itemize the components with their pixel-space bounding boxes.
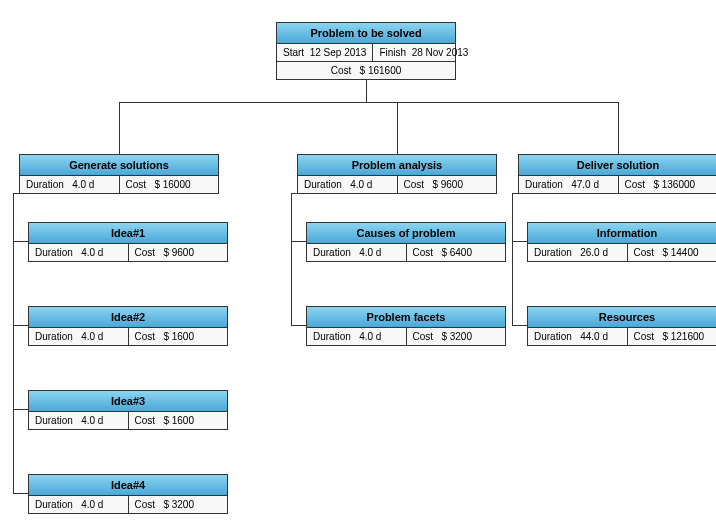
branch1-title: Problem analysis	[298, 155, 496, 176]
branch1-info-row: Duration 4.0 d Cost $ 9600	[298, 176, 496, 193]
branch0-cost-cell: Cost $ 16000	[120, 176, 219, 193]
causes-duration-label: Duration	[313, 247, 351, 258]
resources-title: Resources	[528, 307, 716, 328]
branch2-duration-label: Duration	[525, 179, 563, 190]
idea1-duration-cell: Duration 4.0 d	[29, 244, 129, 261]
idea3-cost-label: Cost	[135, 415, 156, 426]
info-title: Information	[528, 223, 716, 244]
root-node: Problem to be solved Start 12 Sep 2013 F…	[276, 22, 456, 80]
resources-cost-cell: Cost $ 121600	[628, 328, 717, 345]
info-duration-value: 26.0 d	[580, 247, 608, 258]
root-start-cell: Start 12 Sep 2013	[277, 44, 373, 61]
idea2-duration-label: Duration	[35, 331, 73, 342]
branch2-cost-label: Cost	[625, 179, 646, 190]
info-duration-cell: Duration 26.0 d	[528, 244, 628, 261]
branch0-duration-label: Duration	[26, 179, 64, 190]
node-problem-facets: Problem facets Duration 4.0 d Cost $ 320…	[306, 306, 506, 346]
branch1-cost-value: $ 9600	[432, 179, 463, 190]
root-cost-cell: Cost $ 161600	[277, 62, 455, 79]
connector-branch1-child0	[291, 241, 306, 242]
connector-down-branch2	[618, 102, 619, 154]
branch1-duration-cell: Duration 4.0 d	[298, 176, 398, 193]
branch1-duration-value: 4.0 d	[350, 179, 372, 190]
root-cost-value: $ 161600	[360, 65, 402, 76]
info-info-row: Duration 26.0 d Cost $ 14400	[528, 244, 716, 261]
connector-branch2-spine	[512, 193, 513, 325]
idea1-cost-label: Cost	[135, 247, 156, 258]
idea4-duration-value: 4.0 d	[81, 499, 103, 510]
connector-branch1-child1	[291, 325, 306, 326]
connector-branch1-spine-top	[291, 193, 297, 194]
idea4-duration-label: Duration	[35, 499, 73, 510]
idea1-cost-value: $ 9600	[163, 247, 194, 258]
idea3-duration-cell: Duration 4.0 d	[29, 412, 129, 429]
branch-generate-solutions: Generate solutions Duration 4.0 d Cost $…	[19, 154, 219, 194]
idea1-title: Idea#1	[29, 223, 227, 244]
connector-branch0-child3	[13, 493, 28, 494]
branch0-title: Generate solutions	[20, 155, 218, 176]
root-cost-row: Cost $ 161600	[277, 62, 455, 79]
node-resources: Resources Duration 44.0 d Cost $ 121600	[527, 306, 716, 346]
idea1-duration-label: Duration	[35, 247, 73, 258]
branch2-title: Deliver solution	[519, 155, 716, 176]
facets-cost-label: Cost	[413, 331, 434, 342]
branch1-cost-label: Cost	[404, 179, 425, 190]
idea4-cost-label: Cost	[135, 499, 156, 510]
branch-problem-analysis: Problem analysis Duration 4.0 d Cost $ 9…	[297, 154, 497, 194]
idea3-info-row: Duration 4.0 d Cost $ 1600	[29, 412, 227, 429]
facets-cost-value: $ 3200	[441, 331, 472, 342]
root-finish-label: Finish	[379, 47, 406, 58]
branch0-duration-value: 4.0 d	[72, 179, 94, 190]
info-cost-cell: Cost $ 14400	[628, 244, 717, 261]
connector-branch0-child2	[13, 409, 28, 410]
idea2-info-row: Duration 4.0 d Cost $ 1600	[29, 328, 227, 345]
idea4-cost-cell: Cost $ 3200	[129, 496, 228, 513]
resources-info-row: Duration 44.0 d Cost $ 121600	[528, 328, 716, 345]
info-cost-label: Cost	[634, 247, 655, 258]
facets-title: Problem facets	[307, 307, 505, 328]
causes-cost-cell: Cost $ 6400	[407, 244, 506, 261]
connector-vertical-root	[366, 80, 367, 102]
root-dates-row: Start 12 Sep 2013 Finish 28 Nov 2013	[277, 44, 455, 62]
branch2-cost-cell: Cost $ 136000	[619, 176, 717, 193]
branch0-info-row: Duration 4.0 d Cost $ 16000	[20, 176, 218, 193]
facets-cost-cell: Cost $ 3200	[407, 328, 506, 345]
idea4-info-row: Duration 4.0 d Cost $ 3200	[29, 496, 227, 513]
branch0-cost-label: Cost	[126, 179, 147, 190]
connector-branch2-spine-top	[512, 193, 518, 194]
resources-cost-value: $ 121600	[662, 331, 704, 342]
branch0-cost-value: $ 16000	[154, 179, 190, 190]
branch1-cost-cell: Cost $ 9600	[398, 176, 497, 193]
idea2-duration-cell: Duration 4.0 d	[29, 328, 129, 345]
resources-duration-label: Duration	[534, 331, 572, 342]
connector-branch0-child0	[13, 241, 28, 242]
facets-duration-label: Duration	[313, 331, 351, 342]
branch2-duration-value: 47.0 d	[571, 179, 599, 190]
idea3-duration-value: 4.0 d	[81, 415, 103, 426]
idea1-cost-cell: Cost $ 9600	[129, 244, 228, 261]
branch1-duration-label: Duration	[304, 179, 342, 190]
facets-duration-value: 4.0 d	[359, 331, 381, 342]
connector-down-branch1	[397, 102, 398, 154]
connector-branch0-child1	[13, 325, 28, 326]
idea1-duration-value: 4.0 d	[81, 247, 103, 258]
idea3-title: Idea#3	[29, 391, 227, 412]
branch-deliver-solution: Deliver solution Duration 47.0 d Cost $ …	[518, 154, 716, 194]
causes-info-row: Duration 4.0 d Cost $ 6400	[307, 244, 505, 261]
causes-title: Causes of problem	[307, 223, 505, 244]
idea2-title: Idea#2	[29, 307, 227, 328]
node-idea-3: Idea#3 Duration 4.0 d Cost $ 1600	[28, 390, 228, 430]
connector-branch0-spine-top	[13, 193, 19, 194]
connector-branch0-spine	[13, 193, 14, 493]
idea4-title: Idea#4	[29, 475, 227, 496]
node-information: Information Duration 26.0 d Cost $ 14400	[527, 222, 716, 262]
root-title: Problem to be solved	[277, 23, 455, 44]
causes-cost-value: $ 6400	[441, 247, 472, 258]
resources-cost-label: Cost	[634, 331, 655, 342]
root-finish-cell: Finish 28 Nov 2013	[373, 44, 474, 61]
branch2-cost-value: $ 136000	[653, 179, 695, 190]
resources-duration-cell: Duration 44.0 d	[528, 328, 628, 345]
idea2-cost-value: $ 1600	[163, 331, 194, 342]
node-idea-1: Idea#1 Duration 4.0 d Cost $ 9600	[28, 222, 228, 262]
causes-duration-value: 4.0 d	[359, 247, 381, 258]
